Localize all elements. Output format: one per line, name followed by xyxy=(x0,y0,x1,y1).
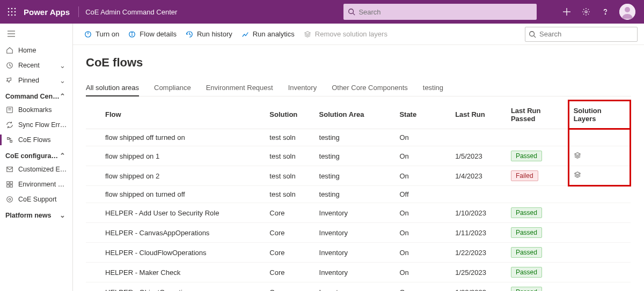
user-avatar[interactable] xyxy=(619,4,635,20)
svg-point-13 xyxy=(585,11,587,13)
cmd-flow-details[interactable]: Flow details xyxy=(123,28,181,41)
table-row[interactable]: HELPER - CanvasAppOperationsCoreInventor… xyxy=(86,223,631,243)
global-search-input[interactable] xyxy=(355,8,532,17)
tab-environment-request[interactable]: Environment Request xyxy=(206,79,273,96)
cell-state: On xyxy=(395,263,451,282)
svg-rect-24 xyxy=(7,167,13,172)
col-header-solution[interactable]: Solution xyxy=(265,101,314,129)
app-launcher-icon[interactable] xyxy=(4,4,19,19)
sidebar-item-coe-support[interactable]: CoE Support xyxy=(0,192,72,207)
col-header-last-run[interactable]: Last Run xyxy=(451,101,507,129)
svg-rect-28 xyxy=(10,185,12,187)
global-search[interactable] xyxy=(343,4,537,20)
add-icon[interactable] xyxy=(561,6,572,17)
svg-point-29 xyxy=(7,197,13,203)
cell-last-run: 1/22/2023 xyxy=(451,243,507,263)
cmd-remove-solution-layers: Remove solution layers xyxy=(299,28,392,41)
sidebar-item-home[interactable]: Home xyxy=(0,43,72,58)
svg-rect-26 xyxy=(10,182,12,184)
col-header-last-run-passed[interactable]: Last Run Passed xyxy=(507,101,568,129)
app-name: Power Apps xyxy=(24,8,70,17)
sidebar-group-coe-config[interactable]: CoE configuration ⌃ xyxy=(0,147,72,162)
info-icon xyxy=(128,30,136,39)
tab-compliance[interactable]: Compliance xyxy=(154,79,191,96)
layers-icon[interactable] xyxy=(574,171,581,178)
tabs: All solution areas Compliance Environmen… xyxy=(86,79,631,96)
sidebar-label: CoE Flows xyxy=(18,136,67,144)
cmd-run-analytics[interactable]: Run analytics xyxy=(237,28,299,41)
sidebar-collapse-icon[interactable] xyxy=(6,29,16,39)
bookmark-icon xyxy=(5,106,14,114)
cmd-label: Flow details xyxy=(140,30,177,38)
clock-icon xyxy=(5,61,14,70)
chevron-down-icon: ⌄ xyxy=(60,77,67,85)
sidebar-item-sync-flow-errors[interactable]: Sync Flow Errors xyxy=(0,117,72,132)
tab-inventory[interactable]: Inventory xyxy=(288,79,317,96)
cell-last-run-passed: Passed xyxy=(507,223,568,243)
chevron-up-icon: ⌃ xyxy=(60,92,67,100)
sidebar-item-bookmarks[interactable]: Bookmarks xyxy=(0,102,72,117)
table-row[interactable]: HELPER - ObjectOperationsCoreInventoryOn… xyxy=(86,282,631,292)
col-header-flow[interactable]: Flow xyxy=(86,101,265,129)
svg-point-14 xyxy=(605,13,605,14)
sidebar-item-env-vars[interactable]: Environment Variables xyxy=(0,177,72,192)
cmd-turn-on[interactable]: Turn on xyxy=(79,28,123,41)
cell-solution: Core xyxy=(265,203,314,223)
help-icon[interactable] xyxy=(600,6,611,17)
sidebar-item-recent[interactable]: Recent ⌄ xyxy=(0,58,72,73)
cell-last-run-passed xyxy=(507,129,568,146)
table-row[interactable]: flow shipped on 2test solntestingOn1/4/2… xyxy=(86,166,631,186)
table-row[interactable]: HELPER - CloudFlowOperationsCoreInventor… xyxy=(86,243,631,263)
table-row[interactable]: HELPER - Add User to Security RoleCoreIn… xyxy=(86,203,631,223)
svg-point-0 xyxy=(8,8,10,10)
tab-all-solution-areas[interactable]: All solution areas xyxy=(86,79,139,96)
table-row[interactable]: flow shipped on 1test solntestingOn1/5/2… xyxy=(86,146,631,166)
sidebar-item-pinned[interactable]: Pinned ⌄ xyxy=(0,73,72,88)
sidebar-label: Environment Variables xyxy=(18,181,67,188)
cell-solution-area: testing xyxy=(315,129,396,146)
svg-line-37 xyxy=(534,35,536,38)
tab-other-core-components[interactable]: Other Core Components xyxy=(332,79,408,96)
sidebar-item-coe-flows[interactable]: CoE Flows xyxy=(0,132,72,147)
sidebar-item-customized-emails[interactable]: Customized Emails xyxy=(0,162,72,177)
analytics-icon xyxy=(241,30,250,39)
cell-solution-layers xyxy=(568,263,630,282)
cell-state: On xyxy=(395,203,451,223)
cell-last-run: 1/5/2023 xyxy=(451,146,507,166)
sidebar-group-command-center[interactable]: Command Center ⌃ xyxy=(0,88,72,102)
svg-rect-25 xyxy=(7,182,9,184)
col-header-state[interactable]: State xyxy=(395,101,451,129)
grid-search-input[interactable] xyxy=(536,29,634,39)
cmd-run-history[interactable]: Run history xyxy=(181,28,237,41)
sidebar-label: Sync Flow Errors xyxy=(18,121,67,129)
sidebar-group-platform-news[interactable]: Platform news ⌄ xyxy=(0,207,72,221)
cmd-label: Turn on xyxy=(96,30,119,38)
cell-last-run xyxy=(451,186,507,203)
svg-point-35 xyxy=(132,32,133,33)
svg-point-7 xyxy=(11,14,13,16)
table-row[interactable]: HELPER - Maker CheckCoreInventoryOn1/25/… xyxy=(86,263,631,282)
cell-flow: flow shipped on 1 xyxy=(86,146,265,166)
cell-last-run-passed: Passed xyxy=(507,263,568,282)
cell-last-run: 1/11/2023 xyxy=(451,223,507,243)
cell-solution-area: Inventory xyxy=(315,243,396,263)
table-row[interactable]: flow shipped off turned ontest solntesti… xyxy=(86,129,631,146)
grid-search[interactable] xyxy=(525,27,638,42)
cell-state: On xyxy=(395,146,451,166)
cell-solution-layers xyxy=(568,223,630,243)
col-header-solution-area[interactable]: Solution Area xyxy=(315,101,396,129)
layers-icon[interactable] xyxy=(574,152,581,159)
table-row[interactable]: flow shipped on turned offtest solntesti… xyxy=(86,186,631,203)
svg-point-8 xyxy=(14,14,16,16)
cell-solution-area: testing xyxy=(315,186,396,203)
tab-testing[interactable]: testing xyxy=(423,79,443,96)
settings-icon[interactable] xyxy=(581,6,591,17)
cell-solution-layers xyxy=(568,243,630,263)
sidebar-label: Home xyxy=(18,47,67,54)
cell-flow: flow shipped off turned on xyxy=(86,129,265,146)
cell-last-run xyxy=(451,129,507,146)
cell-flow: HELPER - ObjectOperations xyxy=(86,282,265,292)
svg-point-5 xyxy=(14,11,16,13)
col-header-solution-layers[interactable]: Solution Layers xyxy=(568,101,630,129)
cmd-label: Remove solution layers xyxy=(315,30,387,38)
